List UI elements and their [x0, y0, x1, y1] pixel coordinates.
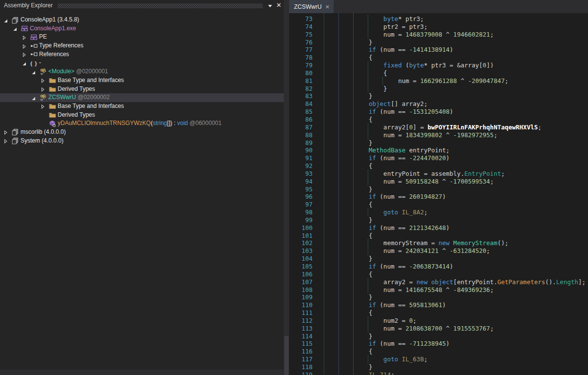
line-number: 97 — [289, 201, 313, 208]
code-line: 109} — [289, 293, 588, 301]
tree-item-label: References — [39, 50, 69, 59]
tree-item[interactable]: ConsoleApp1 (3.4.5.8) — [0, 16, 284, 24]
code-text: if (num == -711238945) — [369, 340, 450, 348]
indent-guide — [368, 286, 368, 294]
assembly-explorer-header[interactable]: Assembly Explorer ✕ — [0, 0, 284, 11]
line-number: 98 — [289, 208, 313, 216]
expand-arrow-icon[interactable] — [21, 52, 27, 57]
class-icon — [40, 94, 47, 102]
window-position-icon[interactable] — [266, 1, 274, 9]
expand-arrow-icon[interactable] — [3, 138, 8, 144]
collapse-arrow-icon[interactable] — [12, 26, 18, 31]
expand-arrow-icon[interactable] — [3, 129, 8, 135]
tree-item[interactable]: Base Type and Interfaces — [0, 76, 284, 85]
tree-item[interactable]: Derived Types — [0, 111, 284, 120]
tree-item[interactable]: Type References — [0, 42, 284, 50]
line-number: 110 — [289, 301, 313, 309]
code-text: } — [369, 186, 373, 193]
tree-horizontal-scrollbar[interactable] — [0, 370, 284, 375]
code-text: array2[0] = bwPOYIIRLnFAKPrhqhNTaqewRHXV… — [369, 124, 542, 131]
scrollbar-thumb[interactable] — [284, 336, 289, 375]
line-number: 105 — [289, 263, 313, 271]
tree-item[interactable]: System (4.0.0.0) — [0, 137, 284, 146]
typeref-icon — [30, 51, 38, 58]
indent-guide — [368, 23, 368, 31]
dnspy-window: Assembly Explorer ✕ ConsoleApp1 (3.4.5.8… — [0, 0, 588, 375]
expand-arrow-icon[interactable] — [21, 35, 27, 40]
line-number: 85 — [289, 108, 313, 116]
code-line: 104} — [289, 255, 588, 263]
code-line: 111{ — [289, 309, 588, 317]
line-number: 92 — [289, 162, 313, 170]
collapse-arrow-icon[interactable] — [21, 61, 27, 66]
code-text: if (num == 2121342648) — [369, 224, 450, 232]
code-text: if (num == -1414138914) — [369, 46, 453, 54]
code-text: } — [369, 85, 387, 93]
code-line: 79 fixed (byte* ptr3 = &array[0]) — [289, 62, 588, 69]
tree-item[interactable]: { }- — [0, 59, 284, 67]
line-number: 86 — [289, 116, 313, 124]
tree-item[interactable]: PE — [0, 33, 284, 42]
code-editor[interactable]: 73 byte* ptr3;74 ptr2 = ptr3;75 num = 14… — [289, 13, 588, 375]
code-line: 118} — [289, 363, 588, 371]
tree-item[interactable]: References — [0, 50, 284, 59]
tree-item[interactable]: yDAuMCLIOlmnuchTRNSGYWzKQ(string[]) : vo… — [0, 119, 284, 128]
line-number: 115 — [289, 340, 313, 348]
assembly-icon — [12, 128, 19, 136]
tree-item-label: System (4.0.0.0) — [21, 137, 63, 146]
tree-item[interactable]: ConsoleApp1.exe — [0, 24, 284, 33]
line-number: 119 — [289, 371, 313, 375]
code-line: 93 entryPoint = assembly.EntryPoint; — [289, 170, 588, 178]
line-number: 100 — [289, 224, 313, 232]
indent-guide — [368, 85, 368, 93]
tree-item[interactable]: <Module> @02000001 — [0, 67, 284, 76]
tree-item-label: Type References — [39, 42, 84, 50]
line-number: 75 — [289, 31, 313, 39]
code-text: num = 1834399802 ^ -1982972955; — [369, 131, 497, 139]
tree-item[interactable]: Derived Types — [0, 85, 284, 94]
tab-label: ZCSWwrU — [294, 3, 322, 10]
line-number: 82 — [289, 85, 313, 93]
code-text: byte* ptr3; — [369, 15, 424, 23]
tree-item-label: Derived Types — [58, 111, 95, 120]
collapse-arrow-icon[interactable] — [31, 95, 36, 101]
code-text: { — [369, 348, 373, 355]
typeref-icon — [30, 42, 38, 50]
tree-item-label: mscorlib (4.0.0.0) — [21, 128, 66, 137]
tree-item[interactable]: ZCSWwrU @02000002 — [0, 93, 284, 102]
code-line: 107 array2 = new object[entryPoint.GetPa… — [289, 278, 588, 286]
code-line: 96if (num == 260194827) — [289, 193, 588, 201]
code-text: } — [369, 333, 373, 340]
panel-close-icon[interactable]: ✕ — [275, 1, 283, 9]
assembly-icon — [12, 137, 19, 145]
method-icon — [49, 120, 56, 127]
code-text: if (num == -2063873414) — [369, 263, 453, 271]
assembly-explorer-panel: Assembly Explorer ✕ ConsoleApp1 (3.4.5.8… — [0, 0, 284, 375]
line-number: 109 — [289, 293, 313, 301]
tree-vertical-scrollbar[interactable] — [284, 0, 289, 375]
code-text: entryPoint = assembly.EntryPoint; — [369, 170, 504, 178]
tree-item[interactable]: Base Type and Interfaces — [0, 102, 284, 111]
tab-close-icon[interactable]: ✕ — [325, 4, 330, 10]
collapse-arrow-icon[interactable] — [31, 69, 36, 75]
line-number: 106 — [289, 271, 313, 278]
tree-item[interactable]: mscorlib (4.0.0.0) — [0, 128, 284, 137]
tab-zcswwru[interactable]: ZCSWwrU ✕ — [289, 0, 334, 13]
collapse-arrow-icon[interactable] — [3, 18, 8, 23]
code-line: 89} — [289, 139, 588, 147]
tree-item-label: - — [39, 59, 41, 67]
tree-item-label: ConsoleApp1.exe — [30, 24, 76, 33]
indent-guide — [368, 317, 368, 325]
expand-arrow-icon[interactable] — [40, 86, 45, 92]
indent-guide — [368, 31, 368, 39]
line-number: 77 — [289, 46, 313, 54]
line-number: 87 — [289, 124, 313, 131]
code-line: 75 num = 1468379008 ^ 1946602821; — [289, 31, 588, 39]
expand-arrow-icon[interactable] — [40, 104, 45, 109]
code-line: 95} — [289, 186, 588, 193]
expand-arrow-icon[interactable] — [21, 43, 27, 49]
line-number: 116 — [289, 348, 313, 355]
indent-guide — [368, 178, 368, 186]
code-line: 97{ — [289, 201, 588, 208]
expand-arrow-icon[interactable] — [40, 78, 45, 83]
